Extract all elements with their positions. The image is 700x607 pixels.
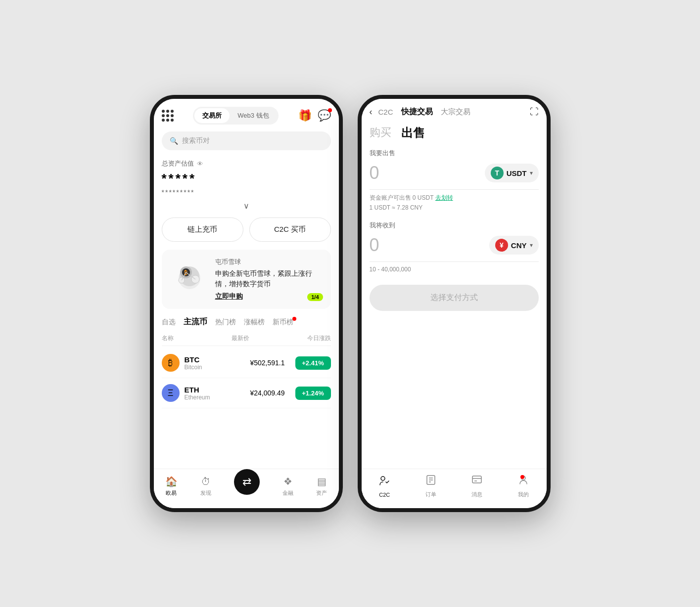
chat-icon-wrapper[interactable]: 💬 [318, 109, 331, 122]
discover-icon: ⏱ [201, 476, 211, 487]
tab-web3[interactable]: Web3 钱包 [230, 108, 277, 123]
nav-trade-button[interactable]: ⇄ [234, 469, 260, 495]
exchange-screen: 交易所 Web3 钱包 🎁 💬 🔍 搜索币对 [154, 99, 339, 508]
gift-icon[interactable]: 🎁 [298, 109, 312, 122]
eth-icon: Ξ [162, 384, 180, 402]
nav-assets-label: 资产 [316, 489, 327, 497]
usdt-dropdown-arrow: ▾ [530, 170, 533, 176]
finance-icon: ❖ [283, 476, 292, 487]
header-icons: 🎁 💬 [298, 109, 331, 122]
mode-tab-switcher: 交易所 Web3 钱包 [193, 107, 278, 125]
usdt-currency-badge[interactable]: T USDT ▾ [485, 164, 539, 182]
search-bar[interactable]: 🔍 搜索币对 [162, 131, 331, 150]
action-buttons: 链上充币 C2C 买币 [162, 217, 331, 242]
bottom-navigation: 🏠 欧易 ⏱ 发现 ⇄ ❖ 金融 ▤ 资产 [154, 469, 339, 508]
c2c-nav-profile[interactable]: 我的 [517, 474, 529, 498]
nav-home-label: 欧易 [166, 489, 177, 497]
eth-change: +1.24% [295, 387, 331, 400]
btc-icon: ₿ [162, 354, 180, 372]
cny-currency-badge[interactable]: ¥ CNY ▾ [489, 236, 539, 255]
asset-main-value: ***** [162, 171, 331, 186]
trade-icon: ⇄ [242, 476, 251, 488]
nav-finance[interactable]: ❖ 金融 [282, 476, 293, 497]
nav-discover[interactable]: ⏱ 发现 [200, 476, 211, 497]
asset-sub-value: ********* [162, 188, 331, 196]
nav-home[interactable]: 🏠 欧易 [165, 476, 178, 497]
exchange-rate: 1 USDT ≈ 7.28 CNY [370, 204, 539, 211]
asset-label: 总资产估值 👁 [162, 159, 331, 168]
coin-row-btc[interactable]: ₿ BTC Bitcoin ¥502,591.1 +2.41% [162, 348, 331, 378]
buy-tab[interactable]: 购买 [370, 125, 391, 141]
banner-description: 申购全新屯币雪球，紧跟上涨行情，增持数字货币 [215, 268, 323, 289]
banner-card: ₿ 屯币雪球 申购全新屯币雪球，紧跟上涨行情，增持数字货币 立即申购 1/4 [162, 250, 331, 309]
crypto-ball-svg: ₿ [170, 258, 209, 297]
tab-exchange[interactable]: 交易所 [194, 108, 230, 123]
amount-range: 10 - 40,000,000 [370, 266, 539, 273]
exchange-content: 交易所 Web3 钱包 🎁 💬 🔍 搜索币对 [154, 99, 339, 508]
transfer-link[interactable]: 去划转 [435, 194, 453, 201]
c2c-nav-profile-label: 我的 [518, 491, 529, 498]
c2c-bottom-navigation: C2C 订单 [362, 469, 547, 508]
btc-symbol: BTC [185, 355, 240, 364]
c2c-tab-bulk[interactable]: 大宗交易 [441, 107, 470, 117]
grid-menu-icon[interactable] [162, 110, 174, 122]
c2c-content: ‹ C2C 快捷交易 大宗交易 ⛶ 购买 出售 我要出售 [362, 99, 547, 508]
col-name: 名称 [162, 334, 174, 343]
c2c-nav-orders[interactable]: 订单 [425, 474, 437, 498]
deposit-button[interactable]: 链上充币 [162, 217, 243, 242]
tab-new[interactable]: 新币榜 [273, 318, 293, 327]
cny-symbol: CNY [511, 241, 527, 250]
btc-change: +2.41% [295, 356, 331, 370]
market-tabs: 自选 主流币 热门榜 涨幅榜 新币榜 [162, 317, 331, 327]
sell-available-text: 资金账户可出售 0 USDT 去划转 [370, 194, 539, 202]
eth-fullname: Ethereum [185, 394, 240, 401]
c2c-nav-messages-label: 消息 [471, 491, 482, 498]
eye-icon[interactable]: 👁 [197, 160, 203, 168]
fullscreen-icon[interactable]: ⛶ [530, 107, 539, 117]
c2c-nav-c2c-label: C2C [379, 492, 390, 498]
col-change: 今日涨跌 [307, 334, 331, 343]
messages-icon [471, 474, 483, 489]
btc-fullname: Bitcoin [185, 364, 240, 371]
c2c-tab-quick[interactable]: 快捷交易 [401, 107, 433, 117]
tab-gainers[interactable]: 涨幅榜 [244, 318, 265, 327]
col-price: 最新价 [232, 334, 249, 343]
chevron-down-icon[interactable]: ∨ [162, 201, 331, 211]
assets-icon: ▤ [317, 476, 327, 487]
c2c-tab-c2c[interactable]: C2C [378, 108, 393, 116]
sell-tab[interactable]: 出售 [401, 125, 425, 141]
banner-link[interactable]: 立即申购 [215, 292, 323, 301]
tab-mainstream[interactable]: 主流币 [184, 317, 207, 327]
coin-row-eth[interactable]: Ξ ETH Ethereum ¥24,009.49 +1.24% [162, 378, 331, 408]
c2c-header: ‹ C2C 快捷交易 大宗交易 ⛶ [362, 99, 547, 121]
c2c-nav-messages[interactable]: 消息 [471, 474, 483, 498]
search-icon: 🔍 [170, 137, 178, 145]
c2c-buy-button[interactable]: C2C 买币 [249, 217, 331, 242]
new-tab-dot [292, 317, 296, 321]
c2c-body: 我要出售 0 T USDT ▾ 资金账户可出售 0 USDT 去划转 1 USD… [362, 149, 547, 469]
receive-input-row: 0 ¥ CNY ▾ [370, 235, 539, 262]
pay-method-button[interactable]: 选择支付方式 [370, 285, 539, 311]
tab-hot[interactable]: 热门榜 [215, 318, 236, 327]
cny-dropdown-arrow: ▾ [530, 242, 533, 249]
c2c-nav-icon [378, 475, 390, 490]
c2c-screen: ‹ C2C 快捷交易 大宗交易 ⛶ 购买 出售 我要出售 [362, 99, 547, 508]
exchange-header: 交易所 Web3 钱包 🎁 💬 [162, 107, 331, 125]
svg-point-9 [381, 477, 385, 480]
sell-section-label: 我要出售 [370, 149, 539, 158]
sell-amount[interactable]: 0 [370, 163, 485, 183]
main-container: 交易所 Web3 钱包 🎁 💬 🔍 搜索币对 [150, 95, 551, 512]
c2c-nav-c2c[interactable]: C2C [378, 475, 390, 498]
sell-input-row: 0 T USDT ▾ [370, 163, 539, 190]
table-header: 名称 最新价 今日涨跌 [162, 331, 331, 346]
usdt-symbol: USDT [507, 169, 527, 177]
profile-notification-dot [520, 475, 524, 479]
back-button[interactable]: ‹ [370, 107, 373, 117]
usdt-icon: T [491, 167, 504, 179]
eth-symbol: ETH [185, 386, 240, 394]
nav-finance-label: 金融 [282, 489, 293, 497]
chat-notification-dot [328, 108, 332, 112]
nav-assets[interactable]: ▤ 资产 [316, 476, 327, 497]
receive-amount[interactable]: 0 [370, 235, 489, 256]
tab-watchlist[interactable]: 自选 [162, 318, 176, 327]
